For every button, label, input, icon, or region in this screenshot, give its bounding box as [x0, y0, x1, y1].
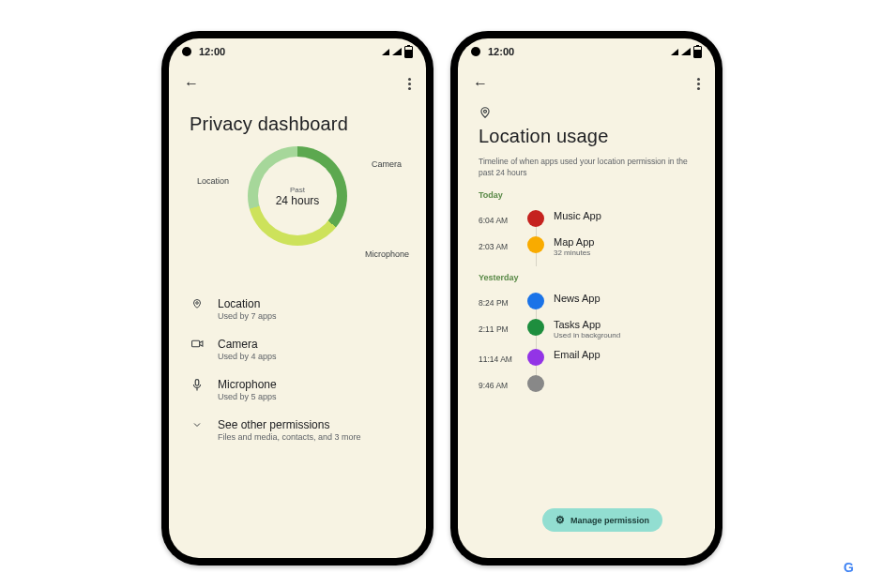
microphone-icon: [190, 379, 205, 391]
permission-subtext: Used by 7 apps: [218, 311, 277, 321]
donut-label-microphone: Microphone: [365, 249, 409, 259]
page-title: Privacy dashboard: [190, 113, 405, 135]
manage-permission-label: Manage permission: [570, 516, 649, 525]
timeline-app-name: Map App: [554, 236, 594, 248]
app-icon: [527, 210, 544, 227]
app-icon: [527, 349, 544, 366]
location-pin-icon: [479, 106, 694, 122]
status-indicators: [382, 46, 413, 58]
donut-center-big: 24 hours: [276, 194, 320, 207]
permission-label: Microphone: [218, 378, 277, 391]
google-logo: G: [844, 560, 854, 575]
permission-subtext: Used by 4 apps: [218, 352, 277, 361]
timeline-time: 6:04 AM: [479, 216, 518, 225]
timeline-subtext: Used in background: [554, 331, 620, 339]
timeline-time: 2:03 AM: [479, 242, 518, 251]
permission-subtext: Files and media, contacts, and 3 more: [218, 432, 361, 442]
timeline-row[interactable]: 11:14 AMEmail App: [479, 344, 694, 370]
timeline-time: 9:46 AM: [479, 381, 518, 390]
timeline-time: 8:24 PM: [479, 298, 518, 308]
timeline-row[interactable]: 2:11 PMTasks AppUsed in background: [479, 314, 694, 344]
manage-permission-button[interactable]: ⚙ Manage permission: [542, 508, 662, 532]
permission-item[interactable]: LocationUsed by 7 apps: [190, 289, 405, 329]
timeline-time: 11:14 AM: [479, 354, 518, 364]
app-icon: [527, 236, 544, 253]
page-title: Location usage: [479, 126, 694, 147]
permission-item[interactable]: MicrophoneUsed by 5 apps: [190, 369, 405, 410]
phone-privacy-dashboard: 12:00 ← Privacy dashboard Location Camer…: [161, 31, 433, 565]
permission-subtext: Used by 5 apps: [218, 392, 277, 401]
back-button[interactable]: ←: [184, 76, 199, 91]
svg-rect-1: [191, 340, 199, 347]
section-label-today: Today: [479, 190, 694, 200]
timeline-app-name: Tasks App: [554, 319, 620, 330]
signal-icon: [671, 49, 678, 55]
svg-point-0: [196, 302, 199, 305]
svg-rect-2: [195, 380, 199, 386]
permission-label: Camera: [218, 338, 277, 351]
status-indicators: [671, 46, 702, 58]
permission-label: See other permissions: [218, 418, 361, 431]
status-time: 12:00: [199, 46, 225, 57]
signal-icon: [681, 48, 691, 55]
phone-location-usage: 12:00 ← Location usage Timeline of when …: [450, 31, 722, 565]
permission-label: Location: [218, 297, 277, 310]
chevron-down-icon: [190, 419, 205, 430]
status-bar: 12:00: [169, 38, 426, 65]
donut-center-small: Past: [290, 186, 305, 194]
camera-hole: [182, 47, 191, 56]
status-time: 12:00: [488, 46, 514, 57]
location-pin-icon: [190, 298, 205, 309]
camera-hole: [471, 47, 480, 56]
app-icon: [527, 375, 544, 392]
timeline-row[interactable]: 2:03 AMMap App32 minutes: [479, 232, 694, 262]
signal-icon: [382, 49, 389, 55]
signal-icon: [392, 48, 402, 55]
overflow-menu-button[interactable]: [697, 78, 700, 90]
donut-label-location: Location: [197, 176, 229, 186]
app-icon: [527, 319, 544, 336]
section-label-yesterday: Yesterday: [479, 273, 694, 282]
back-button[interactable]: ←: [473, 76, 488, 91]
timeline-app-name: News App: [554, 293, 601, 304]
app-icon: [527, 293, 544, 309]
timeline-subtext: 32 minutes: [554, 249, 594, 257]
camera-icon: [190, 339, 205, 349]
timeline-app-name: Email App: [554, 349, 601, 360]
timeline-app-name: Music App: [554, 210, 601, 221]
gear-icon: ⚙: [555, 514, 565, 526]
status-bar: 12:00: [458, 38, 715, 65]
permission-list: LocationUsed by 7 appsCameraUsed by 4 ap…: [190, 289, 405, 450]
permission-item[interactable]: See other permissionsFiles and media, co…: [190, 410, 405, 450]
permission-item[interactable]: CameraUsed by 4 apps: [190, 329, 405, 369]
timeline-row[interactable]: 8:24 PMNews App: [479, 288, 694, 314]
timeline-row[interactable]: 6:04 AMMusic App: [479, 205, 694, 232]
timeline-time: 2:11 PM: [479, 324, 518, 334]
overflow-menu-button[interactable]: [408, 78, 411, 90]
page-subtitle: Timeline of when apps used your location…: [479, 157, 694, 179]
timeline-row: 9:46 AM: [479, 370, 694, 397]
donut-label-camera: Camera: [372, 159, 402, 169]
battery-icon: [693, 46, 702, 58]
usage-donut-chart: Location Camera Microphone Past 24 hours: [190, 146, 405, 268]
battery-icon: [404, 46, 413, 58]
svg-point-3: [484, 110, 487, 113]
